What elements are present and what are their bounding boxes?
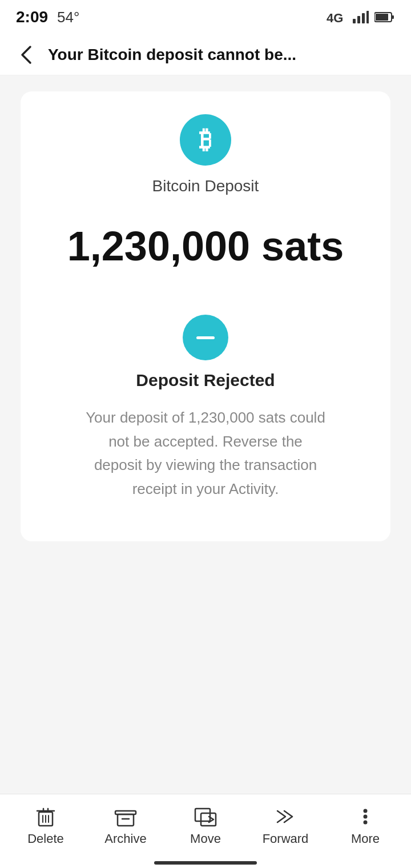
amount-display: 1,230,000 sats: [67, 224, 344, 269]
svg-rect-3: [362, 13, 365, 23]
bitcoin-icon-circle: ₿: [180, 114, 231, 166]
home-indicator: [154, 861, 257, 865]
svg-rect-1: [353, 19, 356, 23]
delete-toolbar-item[interactable]: Delete: [6, 805, 86, 846]
svg-point-21: [364, 814, 368, 818]
move-icon: [192, 805, 219, 828]
move-toolbar-item[interactable]: Move: [166, 805, 245, 846]
more-label: More: [351, 831, 380, 846]
svg-rect-4: [366, 11, 369, 23]
status-icons: 4G: [327, 10, 395, 25]
archive-toolbar-item[interactable]: Archive: [86, 805, 166, 846]
bottom-toolbar: Delete Archive Move: [0, 794, 411, 868]
svg-point-22: [364, 820, 368, 824]
transaction-type: Bitcoin Deposit: [152, 177, 259, 195]
battery-icon: [374, 11, 395, 23]
transaction-card: ₿ Bitcoin Deposit 1,230,000 sats Deposit…: [21, 91, 390, 541]
more-icon: [352, 805, 379, 828]
archive-label: Archive: [104, 831, 146, 846]
forward-label: Forward: [263, 831, 309, 846]
svg-rect-2: [357, 16, 360, 23]
minus-icon: [196, 336, 215, 339]
forward-toolbar-item[interactable]: Forward: [245, 805, 325, 846]
svg-point-20: [364, 809, 368, 813]
status-icon-circle: [183, 315, 228, 360]
svg-rect-18: [195, 809, 210, 821]
svg-rect-7: [376, 14, 388, 21]
status-temperature: 54°: [57, 9, 79, 26]
status-label: Deposit Rejected: [136, 371, 275, 390]
page-title: Your Bitcoin deposit cannot be...: [48, 46, 397, 64]
status-section: Deposit Rejected Your deposit of 1,230,0…: [86, 315, 325, 501]
delete-icon: [32, 805, 59, 828]
page-header: Your Bitcoin deposit cannot be...: [0, 34, 411, 75]
status-bar: 2:09 54° 4G: [0, 0, 411, 34]
forward-icon: [272, 805, 299, 828]
signal-icon: [353, 11, 369, 23]
status-time: 2:09: [16, 8, 48, 26]
main-content: ₿ Bitcoin Deposit 1,230,000 sats Deposit…: [0, 75, 411, 794]
svg-rect-16: [118, 814, 134, 826]
more-toolbar-item[interactable]: More: [325, 805, 405, 846]
move-label: Move: [190, 831, 221, 846]
svg-rect-6: [392, 15, 394, 19]
network-type: 4G: [327, 10, 347, 25]
delete-label: Delete: [27, 831, 64, 846]
bitcoin-symbol: ₿: [199, 126, 212, 154]
archive-icon: [112, 805, 139, 828]
status-description: Your deposit of 1,230,000 sats could not…: [86, 406, 325, 501]
back-button[interactable]: [14, 42, 39, 67]
svg-text:4G: 4G: [327, 11, 343, 25]
